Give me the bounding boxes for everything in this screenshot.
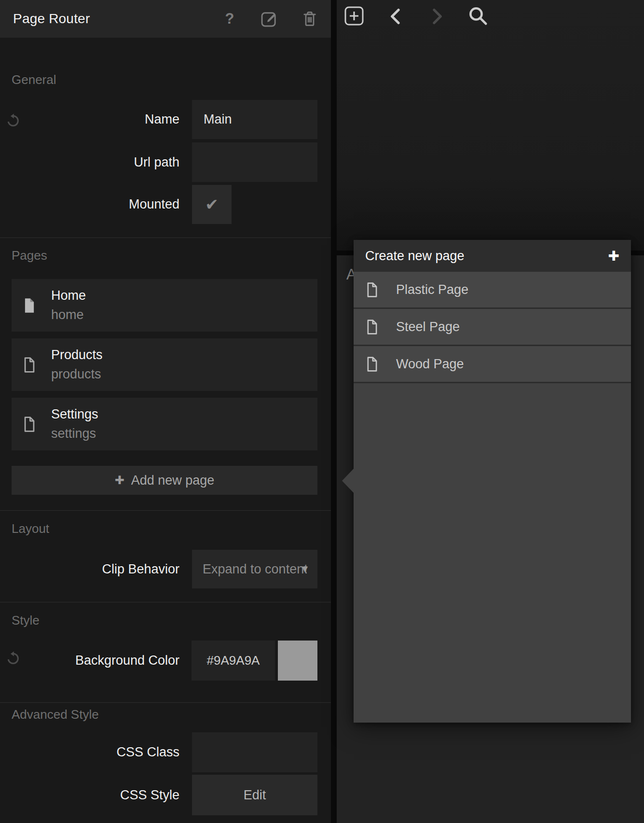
page-outline-icon xyxy=(23,417,39,432)
popup-header: Create new page ✚ xyxy=(354,240,631,272)
section-general: General xyxy=(12,72,56,87)
url-path-label: Url path xyxy=(0,142,179,182)
page-item-settings[interactable]: Settings settings xyxy=(12,398,317,450)
edit-icon[interactable] xyxy=(260,0,279,38)
panel-title: Page Router xyxy=(13,11,90,27)
popup-pointer xyxy=(342,469,354,493)
navigate-back-icon[interactable] xyxy=(389,8,401,25)
navigate-forward-icon[interactable] xyxy=(431,8,444,25)
page-item-home[interactable]: Home home xyxy=(12,279,317,332)
popup-item-plastic-page[interactable]: Plastic Page xyxy=(354,272,631,309)
popup-item-label: Wood Page xyxy=(396,357,464,372)
add-new-page-label: Add new page xyxy=(131,473,215,488)
add-component-icon[interactable] xyxy=(344,6,364,26)
section-divider xyxy=(0,702,331,703)
canvas-top-panel xyxy=(337,0,644,251)
background-color-input[interactable]: #9A9A9A xyxy=(192,641,275,681)
page-title: Home xyxy=(51,288,86,303)
css-class-label: CSS Class xyxy=(0,732,179,772)
popup-item-label: Steel Page xyxy=(396,320,460,335)
section-divider xyxy=(0,510,331,511)
popup-item-steel-page[interactable]: Steel Page xyxy=(354,309,631,346)
popup-title: Create new page xyxy=(365,249,465,264)
section-layout: Layout xyxy=(12,521,49,536)
background-color-label: Background Color xyxy=(0,641,179,681)
properties-panel: Page Router ? General Name Url path Moun… xyxy=(0,0,331,823)
section-advanced-style: Advanced Style xyxy=(12,707,99,722)
section-divider xyxy=(0,602,331,602)
page-filled-icon xyxy=(23,298,39,313)
chevron-down-icon: ▾ xyxy=(302,562,308,575)
help-icon[interactable]: ? xyxy=(221,0,238,38)
search-icon[interactable] xyxy=(468,6,488,26)
section-pages: Pages xyxy=(12,248,47,263)
page-title: Settings xyxy=(51,407,98,422)
page-title: Products xyxy=(51,348,103,363)
add-new-page-button[interactable]: ✚ Add new page xyxy=(12,466,317,495)
css-class-input[interactable] xyxy=(192,732,317,772)
name-label: Name xyxy=(0,100,179,139)
create-page-popup: Create new page ✚ Plastic Page Steel Pag… xyxy=(354,240,631,723)
background-color-swatch[interactable] xyxy=(278,641,317,681)
page-outline-icon xyxy=(366,357,381,372)
page-path: products xyxy=(51,367,103,382)
mounted-checkbox[interactable]: ✔ xyxy=(192,185,232,224)
page-path: settings xyxy=(51,426,98,441)
popup-item-label: Plastic Page xyxy=(396,282,468,297)
section-style: Style xyxy=(12,613,40,628)
create-page-plus-icon[interactable]: ✚ xyxy=(608,248,619,264)
plus-icon: ✚ xyxy=(115,474,124,487)
popup-item-wood-page[interactable]: Wood Page xyxy=(354,346,631,383)
page-outline-icon xyxy=(366,320,381,335)
name-input[interactable] xyxy=(192,100,317,139)
trash-icon[interactable] xyxy=(301,0,318,38)
css-style-label: CSS Style xyxy=(0,775,179,815)
url-path-input[interactable] xyxy=(192,142,317,182)
section-divider xyxy=(0,237,331,238)
css-style-edit-button[interactable]: Edit xyxy=(192,775,317,815)
clip-behavior-label: Clip Behavior xyxy=(0,550,179,588)
clip-behavior-dropdown[interactable]: Expand to content ▾ xyxy=(192,550,317,588)
app-root: Page Router ? General Name Url path Moun… xyxy=(0,0,644,823)
clip-behavior-value: Expand to content xyxy=(192,562,307,577)
page-outline-icon xyxy=(23,357,39,373)
page-item-products[interactable]: Products products xyxy=(12,338,317,391)
page-outline-icon xyxy=(366,282,381,297)
check-icon: ✔ xyxy=(205,195,219,214)
mounted-label: Mounted xyxy=(0,185,179,224)
panel-header: Page Router xyxy=(0,0,331,38)
page-path: home xyxy=(51,307,86,322)
